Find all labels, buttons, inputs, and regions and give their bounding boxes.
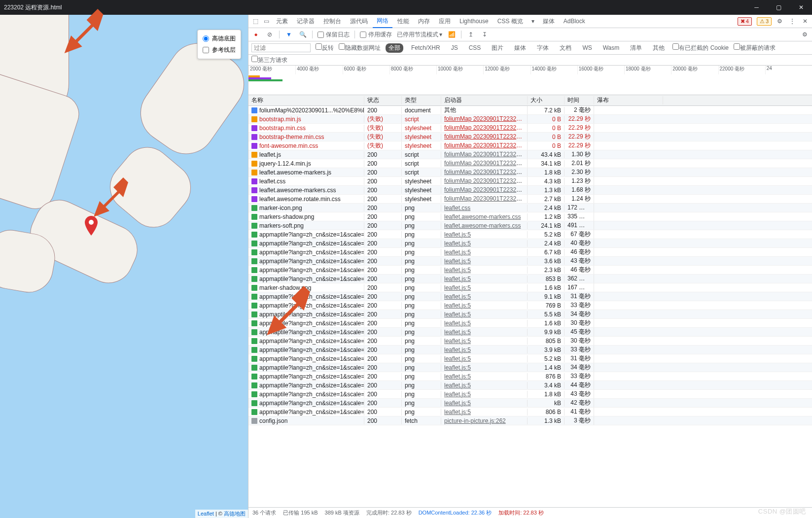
network-timeline[interactable]: 2000 毫秒4000 毫秒6000 毫秒8000 毫秒10000 毫秒1200… [248, 66, 812, 95]
hide-data-checkbox[interactable]: 隐藏数据网址 [339, 43, 381, 52]
filter-toggle-icon[interactable]: ▼ [284, 30, 293, 39]
initiator-link[interactable]: leaflet.js:5 [444, 400, 471, 407]
filter-wasm[interactable]: Wasm [600, 44, 623, 52]
more-icon[interactable]: ⋮ [787, 18, 797, 25]
table-row[interactable]: appmaptile?lang=zh_cn&size=1&scale=1&sty… [248, 239, 812, 248]
table-row[interactable]: appmaptile?lang=zh_cn&size=1&scale=1&sty… [248, 301, 812, 310]
initiator-link[interactable]: leaflet.js:5 [444, 267, 471, 274]
amap-link[interactable]: 高德地图 [224, 511, 246, 517]
table-row[interactable]: appmaptile?lang=zh_cn&size=1&scale=1&sty… [248, 381, 812, 390]
initiator-link[interactable]: foliumMap 20230901T223202 远程... [444, 142, 528, 149]
table-row[interactable]: leaflet.awesome-markers.css200stylesheet… [248, 186, 812, 195]
initiator-link[interactable]: leaflet.js:5 [444, 338, 471, 345]
map-view[interactable]: 高德底图 参考线层 Leaflet | © 高德地图 [0, 15, 248, 518]
col-time[interactable]: 时间 [565, 96, 594, 104]
table-row[interactable]: appmaptile?lang=zh_cn&size=1&scale=1&sty… [248, 230, 812, 239]
tab-elements[interactable]: 元素 [272, 15, 292, 28]
initiator-link[interactable]: leaflet.js:5 [444, 320, 471, 327]
tab-application[interactable]: 应用 [435, 15, 455, 28]
col-size[interactable]: 大小 [528, 96, 565, 104]
layer-ref-checkbox[interactable]: 参考线层 [203, 44, 236, 56]
invert-checkbox[interactable]: 反转 [316, 43, 334, 52]
filter-font[interactable]: 字体 [534, 43, 552, 53]
tab-cssoverview[interactable]: CSS 概览 [494, 15, 527, 28]
initiator-link[interactable]: leaflet.js:5 [444, 346, 471, 353]
initiator-link[interactable]: foliumMap 20230901T223202 远程... [444, 160, 528, 167]
search-icon[interactable]: 🔍 [298, 30, 307, 39]
initiator-link[interactable]: leaflet.js:5 [444, 240, 471, 247]
tab-memory[interactable]: 内存 [414, 15, 434, 28]
table-row[interactable]: appmaptile?lang=zh_cn&size=1&scale=1&sty… [248, 266, 812, 275]
filter-other[interactable]: 其他 [650, 43, 668, 53]
initiator-link[interactable]: leaflet.js:5 [444, 302, 471, 309]
tab-performance[interactable]: 性能 [393, 15, 413, 28]
col-type[interactable]: 类型 [402, 96, 441, 104]
preserve-log-checkbox[interactable]: 保留日志 [318, 31, 350, 39]
initiator-link[interactable]: leaflet.awesome-markers.css [444, 213, 521, 220]
table-row[interactable]: appmaptile?lang=zh_cn&size=1&scale=1&sty… [248, 310, 812, 319]
table-row[interactable]: appmaptile?lang=zh_cn&size=1&scale=1&sty… [248, 275, 812, 283]
initiator-link[interactable]: leaflet.js:5 [444, 373, 471, 380]
third-party-checkbox[interactable]: 第三方请求 [251, 56, 287, 65]
table-row[interactable]: appmaptile?lang=zh_cn&size=1&scale=1&sty… [248, 337, 812, 345]
initiator-link[interactable]: foliumMap 20230901T223202 远程... [444, 169, 528, 175]
table-row[interactable]: leaflet.css200stylesheetfoliumMap 202309… [248, 177, 812, 186]
table-row[interactable]: marker-icon.png200pngleaflet.css2.4 kB17… [248, 204, 812, 212]
tab-media[interactable]: 媒体 [539, 15, 559, 28]
filter-fetch[interactable]: Fetch/XHR [408, 44, 443, 52]
minimize-button[interactable]: ─ [745, 0, 768, 15]
filter-js[interactable]: JS [448, 44, 461, 52]
table-row[interactable]: markers-shadow.png200pngleaflet.awesome-… [248, 212, 812, 221]
table-row[interactable]: leaflet.awesome-markers.js200scriptfoliu… [248, 168, 812, 177]
maximize-button[interactable]: ▢ [768, 0, 790, 15]
table-row[interactable]: jquery-1.12.4.min.js200scriptfoliumMap 2… [248, 159, 812, 168]
leaflet-link[interactable]: Leaflet [198, 511, 214, 517]
filter-manifest[interactable]: 清单 [627, 43, 645, 53]
initiator-link[interactable]: foliumMap 20230901T223202 远程... [444, 195, 528, 202]
table-row[interactable]: appmaptile?lang=zh_cn&size=1&scale=1&sty… [248, 328, 812, 337]
upload-icon[interactable]: ↥ [466, 30, 475, 39]
initiator-link[interactable]: leaflet.js:5 [444, 276, 471, 282]
layer-base-radio[interactable]: 高德底图 [203, 33, 236, 44]
warning-count-badge[interactable]: ⚠ 3 [757, 17, 772, 26]
close-button[interactable]: ✕ [790, 0, 812, 15]
device-icon[interactable]: ▭ [261, 18, 271, 25]
initiator-link[interactable]: leaflet.js:5 [444, 311, 471, 318]
table-row[interactable]: leaflet.js200scriptfoliumMap 20230901T22… [248, 150, 812, 159]
tab-adblock[interactable]: AdBlock [560, 16, 589, 27]
table-row[interactable]: markers-soft.png200pngleaflet.awesome-ma… [248, 221, 812, 230]
initiator-link[interactable]: leaflet.js:5 [444, 249, 471, 256]
network-table[interactable]: 名称 状态 类型 启动器 大小 时间 瀑布 foliumMap%20202309… [248, 95, 812, 507]
gear-icon[interactable]: ⚙ [775, 18, 784, 25]
table-row[interactable]: appmaptile?lang=zh_cn&size=1&scale=1&sty… [248, 372, 812, 381]
blocked-reqs-checkbox[interactable]: 被屏蔽的请求 [734, 43, 776, 52]
chevron-down-icon[interactable]: ▾ [528, 18, 538, 25]
table-row[interactable]: appmaptile?lang=zh_cn&size=1&scale=1&sty… [248, 399, 812, 408]
download-icon[interactable]: ↧ [480, 30, 489, 39]
initiator-link[interactable]: leaflet.js:5 [444, 391, 471, 398]
col-initiator[interactable]: 启动器 [441, 96, 528, 104]
tab-lighthouse[interactable]: Lighthouse [456, 16, 493, 27]
initiator-link[interactable]: foliumMap 20230901T223202 远程... [444, 177, 528, 184]
layer-control[interactable]: 高德底图 参考线层 [197, 30, 241, 59]
table-row[interactable]: appmaptile?lang=zh_cn&size=1&scale=1&sty… [248, 319, 812, 328]
table-row[interactable]: appmaptile?lang=zh_cn&size=1&scale=1&sty… [248, 257, 812, 266]
col-status[interactable]: 状态 [364, 96, 402, 104]
table-row[interactable]: config.json200fetchpicture-in-picture.js… [248, 416, 812, 425]
filter-input[interactable] [251, 43, 311, 52]
initiator-link[interactable]: foliumMap 20230901T223202 远程... [444, 124, 528, 131]
table-row[interactable]: appmaptile?lang=zh_cn&size=1&scale=1&sty… [248, 292, 812, 301]
table-row[interactable]: appmaptile?lang=zh_cn&size=1&scale=1&sty… [248, 363, 812, 372]
col-name[interactable]: 名称 [248, 96, 364, 104]
wifi-icon[interactable]: 📶 [447, 30, 456, 39]
inspect-icon[interactable]: ⬚ [250, 18, 260, 25]
table-row[interactable]: appmaptile?lang=zh_cn&size=1&scale=1&sty… [248, 390, 812, 399]
filter-ws[interactable]: WS [579, 44, 595, 52]
initiator-link[interactable]: foliumMap 20230901T223202 远程... [444, 115, 528, 122]
initiator-link[interactable]: leaflet.js:5 [444, 231, 471, 238]
error-count-badge[interactable]: ✖ 4 [738, 17, 752, 26]
filter-all[interactable]: 全部 [386, 43, 403, 53]
filter-img[interactable]: 图片 [489, 43, 506, 53]
initiator-link[interactable]: leaflet.css [444, 205, 470, 211]
initiator-link[interactable]: leaflet.js:5 [444, 329, 471, 336]
